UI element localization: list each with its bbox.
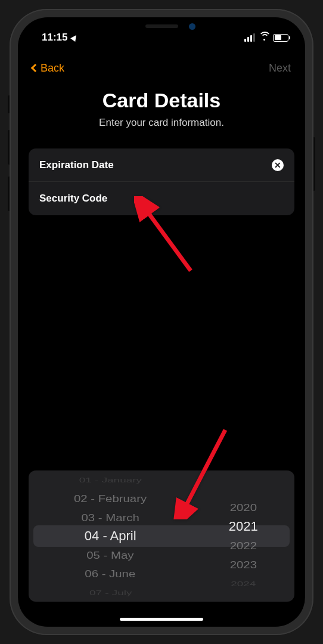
expiration-label: Expiration Date (39, 159, 114, 171)
month-picker-column[interactable]: 01 - January 02 - February 03 - March 04… (29, 470, 192, 602)
screen: 11:15 Back Next (18, 17, 305, 627)
picker-month-item[interactable]: 01 - January (79, 475, 142, 485)
wifi-icon (259, 33, 269, 42)
header: Card Details Enter your card information… (18, 89, 305, 129)
security-code-field[interactable]: Security Code (29, 182, 294, 215)
volume-down-button (8, 177, 10, 211)
cellular-icon (244, 33, 255, 42)
next-label: Next (269, 62, 291, 74)
form-section: Expiration Date ✕ Security Code (29, 148, 294, 215)
side-buttons (8, 95, 10, 211)
time-label: 11:15 (42, 32, 67, 44)
speaker (145, 24, 178, 28)
power-button (313, 137, 315, 191)
notch (99, 17, 224, 35)
date-picker[interactable]: 01 - January 02 - February 03 - March 04… (29, 470, 294, 602)
picker-year-item[interactable]: 2023 (230, 557, 257, 572)
battery-icon (273, 34, 288, 42)
security-label: Security Code (39, 193, 107, 205)
picker-month-item[interactable]: 06 - June (85, 566, 136, 581)
picker-month-selected[interactable]: 04 - April (85, 527, 136, 545)
status-time: 11:15 (42, 32, 77, 44)
picker-month-item[interactable]: 02 - February (74, 491, 147, 506)
back-label: Back (41, 62, 64, 75)
picker-month-item[interactable]: 05 - May (87, 547, 134, 563)
home-indicator[interactable] (120, 618, 203, 621)
picker-year-item[interactable]: 2020 (230, 500, 257, 515)
status-icons (244, 33, 288, 42)
page-subtitle: Enter your card information. (30, 117, 293, 129)
phone-frame: 11:15 Back Next (10, 9, 313, 635)
picker-year-selected[interactable]: 2021 (229, 517, 258, 536)
front-camera (189, 23, 195, 30)
mute-switch (8, 95, 10, 113)
picker-month-item[interactable]: 07 - July (89, 587, 132, 597)
clear-icon[interactable]: ✕ (272, 159, 284, 171)
location-icon (71, 33, 79, 42)
next-button[interactable]: Next (269, 62, 291, 75)
back-button[interactable]: Back (32, 62, 64, 75)
picker-year-item[interactable]: 2024 (231, 578, 256, 589)
picker-year-item[interactable]: 2022 (230, 538, 257, 553)
nav-bar: Back Next (18, 53, 305, 83)
svg-line-1 (145, 208, 191, 271)
year-picker-column[interactable]: 2020 2021 2022 2023 2024 (192, 470, 294, 602)
chevron-left-icon (31, 64, 39, 72)
expiration-date-field[interactable]: Expiration Date ✕ (29, 148, 294, 182)
picker-month-item[interactable]: 03 - March (82, 510, 139, 525)
page-title: Card Details (30, 89, 293, 112)
volume-up-button (8, 130, 10, 165)
